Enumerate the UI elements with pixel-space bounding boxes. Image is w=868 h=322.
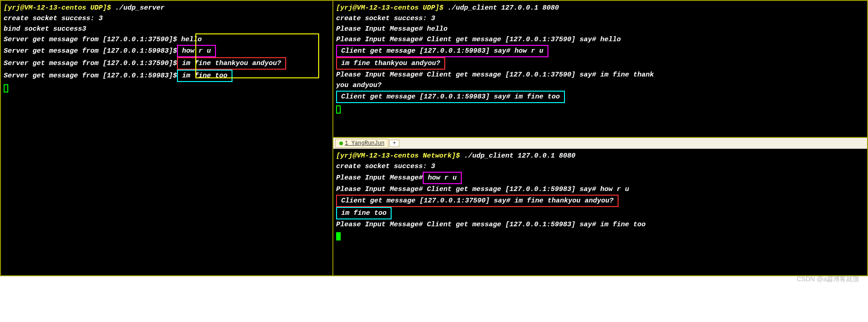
output-line: bind socket success3 xyxy=(4,24,330,34)
plus-icon: + xyxy=(393,140,396,147)
tab-label: 1 YangRunJun xyxy=(345,140,384,147)
output-line: Client get message [127.0.0.1:59983] say… xyxy=(336,91,864,103)
magenta-box: Client get message [127.0.0.1:59983] say… xyxy=(336,45,548,57)
prompt: [yrj@VM-12-13-centos UDP]$ xyxy=(336,4,448,12)
cyan-box: Client get message [127.0.0.1:59983] say… xyxy=(336,91,565,103)
tab-add[interactable]: + xyxy=(389,140,399,147)
output-line: Please Input Message# Client get message… xyxy=(336,219,864,230)
server-terminal[interactable]: [yrj@VM-12-13-centos UDP]$ ./udp_server … xyxy=(1,1,333,275)
prompt-line: [yrj@VM-12-13-centos Network]$ ./udp_cli… xyxy=(336,151,864,161)
output-line: Client get message [127.0.0.1:37590] say… xyxy=(336,195,864,207)
output-line: Please Input Message# Client get message… xyxy=(336,34,864,45)
tab-bar: 1 YangRunJun + xyxy=(333,138,867,149)
cursor-icon xyxy=(336,105,341,114)
terminal-container: [yrj@VM-12-13-centos UDP]$ ./udp_server … xyxy=(0,0,868,276)
output-line: create socket success: 3 xyxy=(4,13,330,24)
prompt: [yrj@VM-12-13-centos Network]$ xyxy=(336,152,464,160)
yellow-box xyxy=(195,33,319,78)
output-line: Please Input Message# how r u xyxy=(336,172,864,184)
cursor-icon xyxy=(4,84,8,93)
magenta-box: how r u xyxy=(423,172,462,184)
client-terminal-1[interactable]: [yrj@VM-12-13-centos UDP]$ ./udp_client … xyxy=(333,1,867,138)
prompt-line: [yrj@VM-12-13-centos UDP]$ ./udp_server xyxy=(4,3,330,13)
watermark: CSDN @a篇博客就溜 xyxy=(796,275,859,284)
output-line: create socket success: 3 xyxy=(336,13,864,24)
command: ./udp_server xyxy=(115,4,165,12)
output-line: Client get message [127.0.0.1:59983] say… xyxy=(336,45,864,57)
client-terminal-2[interactable]: [yrj@VM-12-13-centos Network]$ ./udp_cli… xyxy=(333,149,867,275)
output-line: Please Input Message# Client get message… xyxy=(336,70,864,80)
output-line: create socket success: 3 xyxy=(336,161,864,172)
output-line: im fine thankyou andyou? xyxy=(336,57,864,70)
command: ./udp_client 127.0.0.1 8080 xyxy=(464,152,575,160)
red-box: im fine thankyou andyou? xyxy=(336,57,445,70)
output-line: you andyou? xyxy=(336,80,864,91)
output-line: im fine too xyxy=(336,207,864,219)
cyan-box: im fine too xyxy=(336,207,392,219)
cursor-icon xyxy=(336,232,341,240)
tab-session[interactable]: 1 YangRunJun xyxy=(335,139,388,148)
prompt-line: [yrj@VM-12-13-centos UDP]$ ./udp_client … xyxy=(336,3,864,13)
status-dot-icon xyxy=(339,142,343,145)
red-box: Client get message [127.0.0.1:37590] say… xyxy=(336,195,619,207)
output-line: Please Input Message# hello xyxy=(336,24,864,34)
command: ./udp_client 127.0.0.1 8080 xyxy=(448,4,559,12)
output-line: Please Input Message# Client get message… xyxy=(336,184,864,195)
prompt: [yrj@VM-12-13-centos UDP]$ xyxy=(4,4,115,12)
